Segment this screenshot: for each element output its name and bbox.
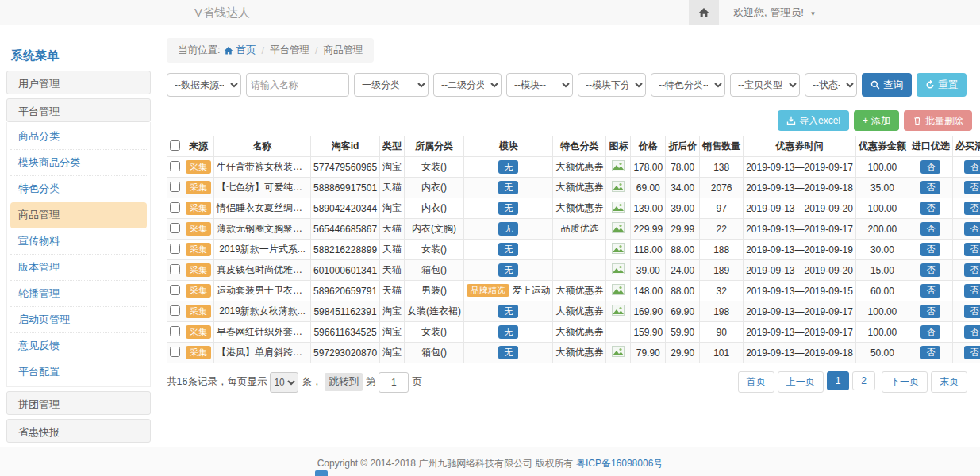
product-thumbnail-icon bbox=[612, 202, 625, 215]
row-checkbox[interactable] bbox=[170, 326, 180, 336]
select-all-checkbox[interactable] bbox=[170, 140, 180, 151]
sidebar-item-goods-category[interactable]: 商品分类 bbox=[10, 124, 147, 150]
import-select-toggle[interactable]: 否 bbox=[920, 243, 940, 256]
name-search-input[interactable] bbox=[246, 73, 349, 97]
data-source-select[interactable]: --数据来源-- bbox=[167, 73, 241, 97]
row-checkbox[interactable] bbox=[170, 264, 180, 274]
import-select-toggle[interactable]: 否 bbox=[920, 284, 940, 298]
row-checkbox[interactable] bbox=[170, 347, 180, 357]
sidebar-item-goods-management[interactable]: 商品管理 bbox=[10, 202, 147, 228]
row-checkbox[interactable] bbox=[170, 305, 180, 316]
sidebar-item-splash-management[interactable]: 启动页管理 bbox=[10, 307, 147, 333]
level2-category-select[interactable]: --二级分类-- bbox=[433, 73, 502, 97]
must-buy-toggle[interactable]: 否 bbox=[964, 263, 980, 277]
discount-price: 78.00 bbox=[666, 157, 700, 178]
source-badge: 采集 bbox=[186, 160, 211, 173]
import-select-toggle[interactable]: 否 bbox=[920, 160, 940, 174]
sidebar-section-savings-news[interactable]: 省惠快报 bbox=[6, 419, 151, 443]
must-buy-toggle[interactable]: 否 bbox=[964, 243, 980, 256]
sidebar-item-promo-materials[interactable]: 宣传物料 bbox=[10, 228, 147, 255]
col-category: 所属分类 bbox=[405, 136, 464, 157]
status-select[interactable]: --状态-- bbox=[805, 73, 857, 97]
reset-button[interactable]: 重置 bbox=[917, 73, 967, 97]
home-icon bbox=[224, 46, 233, 56]
next-page-button[interactable]: 下一页 bbox=[882, 371, 928, 393]
must-buy-toggle[interactable]: 否 bbox=[964, 284, 980, 298]
must-buy-toggle[interactable]: 否 bbox=[964, 160, 980, 174]
module-select[interactable]: --模块-- bbox=[506, 73, 573, 97]
import-select-toggle[interactable]: 否 bbox=[920, 222, 940, 236]
user-menu[interactable]: 欢迎您, 管理员! ▼ bbox=[733, 6, 816, 20]
price: 148.00 bbox=[631, 281, 666, 301]
footer: Copyright © 2014-2018 广州九驰网络科技有限公司 版权所有 … bbox=[0, 447, 980, 476]
sales-count: 90 bbox=[700, 322, 744, 343]
jump-page-input[interactable] bbox=[379, 372, 409, 393]
sidebar-item-carousel-management[interactable]: 轮播管理 bbox=[10, 281, 147, 307]
sidebar-item-platform-config[interactable]: 平台配置 bbox=[10, 359, 147, 385]
product-type: 天猫 bbox=[380, 260, 405, 281]
row-checkbox[interactable] bbox=[170, 182, 180, 192]
search-icon bbox=[870, 80, 880, 90]
must-buy-toggle[interactable]: 否 bbox=[964, 181, 980, 194]
import-select-cell: 否 bbox=[909, 219, 952, 240]
import-select-toggle[interactable]: 否 bbox=[920, 181, 940, 194]
coupon-time: 2019-09-13—2019-09-17 bbox=[744, 219, 856, 240]
sidebar-section-users[interactable]: 用户管理 bbox=[6, 71, 151, 94]
sidebar-item-version-management[interactable]: 版本管理 bbox=[10, 255, 147, 281]
import-select-toggle[interactable]: 否 bbox=[920, 202, 940, 215]
row-checkbox[interactable] bbox=[170, 223, 180, 233]
coupon-time: 2019-09-13—2019-09-17 bbox=[744, 301, 856, 322]
page-button[interactable]: 1 bbox=[827, 371, 850, 390]
search-button[interactable]: 查询 bbox=[862, 73, 912, 97]
coupon-amount: 100.00 bbox=[855, 198, 909, 219]
product-type: 天猫 bbox=[380, 281, 405, 301]
item-type-select[interactable]: --宝贝类型-- bbox=[730, 73, 800, 97]
sales-count: 198 bbox=[700, 301, 744, 322]
sidebar-item-feedback[interactable]: 意见反馈 bbox=[10, 333, 147, 359]
source-cell: 采集 bbox=[183, 281, 214, 301]
icon-cell bbox=[606, 198, 631, 219]
icp-link[interactable]: 粤ICP备16098006号 bbox=[576, 458, 663, 469]
product-thumbnail-icon bbox=[612, 346, 625, 359]
must-buy-toggle[interactable]: 否 bbox=[964, 346, 980, 359]
must-buy-toggle[interactable]: 否 bbox=[964, 305, 980, 318]
page-button[interactable]: 2 bbox=[852, 371, 875, 390]
batch-delete-button[interactable]: 批量删除 bbox=[904, 110, 972, 131]
discount-price: 34.00 bbox=[666, 178, 700, 198]
import-excel-button[interactable]: 导入excel bbox=[778, 110, 849, 131]
module-sub-select[interactable]: --模块下分类-- bbox=[578, 73, 646, 97]
feature-category-select[interactable]: --特色分类-- bbox=[651, 73, 725, 97]
import-select-toggle[interactable]: 否 bbox=[920, 263, 940, 277]
product-name: 薄款无钢圈文胸聚拢性... bbox=[214, 219, 311, 240]
last-page-button[interactable]: 末页 bbox=[931, 371, 967, 393]
import-select-toggle[interactable]: 否 bbox=[920, 346, 940, 359]
col-discount-price: 折后价 bbox=[666, 136, 700, 157]
product-name: 2019新款一片式系... bbox=[214, 240, 311, 260]
coupon-amount: 35.00 bbox=[855, 178, 909, 198]
feature-category: 大额优惠券 bbox=[553, 343, 606, 363]
import-select-toggle[interactable]: 否 bbox=[920, 325, 940, 339]
level1-category-select[interactable]: 一级分类 bbox=[354, 73, 429, 97]
product-type: 淘宝 bbox=[380, 322, 405, 343]
sidebar-item-feature-category[interactable]: 特色分类 bbox=[10, 176, 147, 202]
sidebar-section-group-buy[interactable]: 拼团管理 bbox=[6, 391, 151, 415]
must-buy-toggle[interactable]: 否 bbox=[964, 202, 980, 215]
row-checkbox[interactable] bbox=[170, 202, 180, 213]
sidebar-item-module-goods-category[interactable]: 模块商品分类 bbox=[10, 150, 147, 176]
row-checkbox[interactable] bbox=[170, 244, 180, 254]
row-select-cell bbox=[167, 219, 183, 240]
sidebar-section-platform[interactable]: 平台管理 bbox=[6, 98, 151, 122]
row-checkbox[interactable] bbox=[170, 285, 180, 295]
must-buy-toggle[interactable]: 否 bbox=[964, 325, 980, 339]
must-buy-toggle[interactable]: 否 bbox=[964, 222, 980, 236]
page-size-select[interactable]: 10 bbox=[270, 372, 298, 393]
home-button[interactable] bbox=[689, 0, 719, 25]
coupon-amount: 200.00 bbox=[855, 219, 909, 240]
row-checkbox[interactable] bbox=[170, 161, 180, 171]
prev-page-button[interactable]: 上一页 bbox=[778, 371, 824, 393]
add-button[interactable]: + 添加 bbox=[854, 110, 899, 131]
discount-price: 29.90 bbox=[666, 343, 700, 363]
first-page-button[interactable]: 首页 bbox=[738, 371, 774, 393]
breadcrumb-home-link[interactable]: 首页 bbox=[220, 44, 256, 57]
import-select-toggle[interactable]: 否 bbox=[920, 305, 940, 318]
